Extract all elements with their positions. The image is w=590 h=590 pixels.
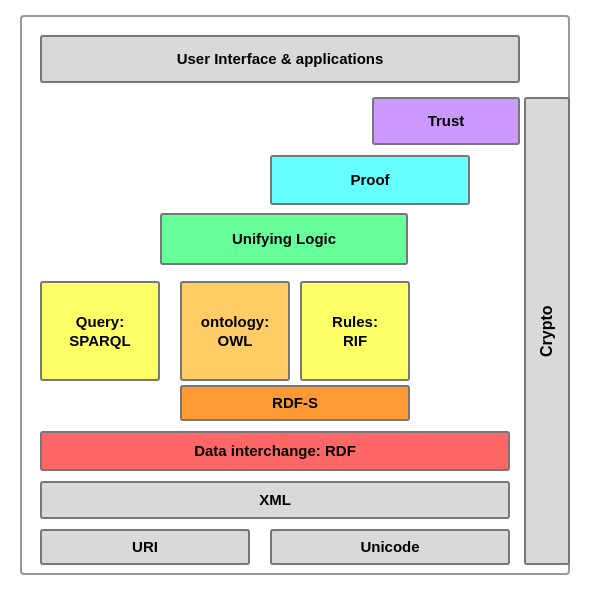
trust-block: Trust — [372, 97, 520, 145]
trust-label: Trust — [428, 111, 465, 131]
rdfs-label: RDF-S — [272, 393, 318, 413]
unifying-logic-block: Unifying Logic — [160, 213, 408, 265]
uri-block: URI — [40, 529, 250, 565]
unicode-label: Unicode — [360, 537, 419, 557]
rdf-block: Data interchange: RDF — [40, 431, 510, 471]
ontology-owl-label: ontology:OWL — [201, 312, 269, 351]
diagram-container: User Interface & applications Trust Proo… — [20, 15, 570, 575]
query-sparql-label: Query:SPARQL — [69, 312, 130, 351]
ui-apps-label: User Interface & applications — [177, 49, 384, 69]
rules-rif-block: Rules:RIF — [300, 281, 410, 381]
xml-label: XML — [259, 490, 291, 510]
unifying-logic-label: Unifying Logic — [232, 229, 336, 249]
rdf-label: Data interchange: RDF — [194, 441, 356, 461]
proof-label: Proof — [350, 170, 389, 190]
crypto-block: Crypto — [524, 97, 570, 565]
uri-label: URI — [132, 537, 158, 557]
query-sparql-block: Query:SPARQL — [40, 281, 160, 381]
unicode-block: Unicode — [270, 529, 510, 565]
crypto-label: Crypto — [537, 305, 558, 357]
ontology-owl-block: ontology:OWL — [180, 281, 290, 381]
rdfs-block: RDF-S — [180, 385, 410, 421]
ui-apps-block: User Interface & applications — [40, 35, 520, 83]
rules-rif-label: Rules:RIF — [332, 312, 378, 351]
proof-block: Proof — [270, 155, 470, 205]
xml-block: XML — [40, 481, 510, 519]
